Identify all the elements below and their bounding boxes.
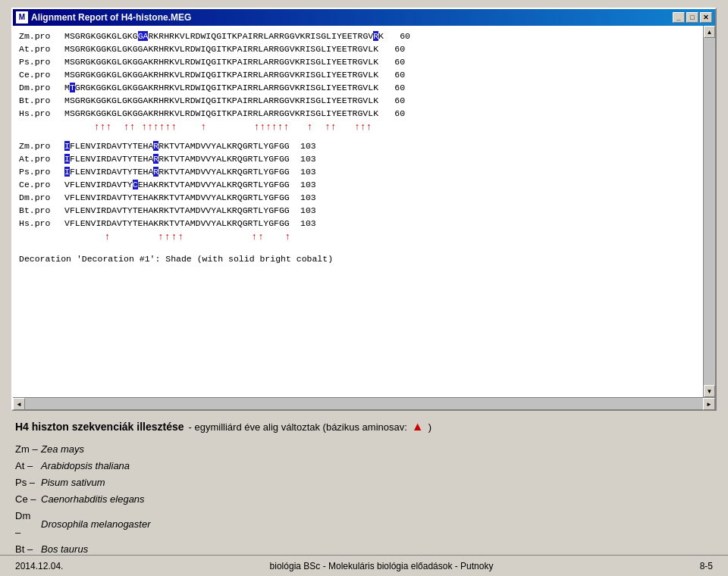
vertical-scrollbar[interactable]: ▲ ▼ <box>703 26 715 397</box>
title-bold-part: H4 hiszton szekvenciák illesztése <box>15 421 184 433</box>
seq-line-ce1: Ce.pro MSGRGKGGKGLGKGGAKRHRKVLRDWIQGITKP… <box>19 68 697 81</box>
seq-num: 103 <box>290 191 316 204</box>
close-button[interactable]: ✕ <box>700 12 712 23</box>
seq-num: 103 <box>290 204 316 217</box>
footer-page-number: 8-5 <box>700 561 713 571</box>
seq-line-hs1: Hs.pro MSGRGKGGKGLGKGGAKRHRKVLRDWIQGITKP… <box>19 107 697 120</box>
seq-label: Ps.pro <box>19 55 64 68</box>
seq-num: 103 <box>290 139 316 152</box>
seq-label: Zm.pro <box>19 30 64 42</box>
seq-num: 60 <box>378 55 405 68</box>
seq-label: Ps.pro <box>19 165 64 178</box>
species-ps: Ps – Pisum sativum <box>15 474 713 491</box>
red-arrow-icon: ▲ <box>412 420 424 434</box>
seq-label: Bt.pro <box>19 204 64 217</box>
species-ce: Ce – Caenorhabditis elegans <box>15 491 713 508</box>
seq-text: MSGRGKGGKGLGKGGAKRHRKVLRDWIQGITKPAIRRLAR… <box>64 42 378 55</box>
horizontal-scrollbar[interactable]: ◄ ► <box>13 397 715 409</box>
seq-line-dm2: Dm.pro VFLENVIRDAVTYTEHAKRKTVTAMDVVYALKR… <box>19 191 697 204</box>
seq-label: Ce.pro <box>19 178 64 191</box>
seq-line-at2: At.pro IFLENVIRDAVTYTEHARRKTVTAMDVVYALKR… <box>19 152 697 165</box>
scroll-right-button[interactable]: ► <box>703 398 715 410</box>
seq-num: 103 <box>290 178 316 191</box>
seq-num: 103 <box>290 152 316 165</box>
seq-line-ps1: Ps.pro MSGRGKGGKGLGKGGAKRHRKVLRDWIQGITKP… <box>19 55 697 68</box>
seq-label: Zm.pro <box>19 139 64 152</box>
seq-text: MSGRGKGGKGLGKGGAKRHRKVLRDWIQGITKPAIRRLAR… <box>64 94 378 107</box>
window-title: Alignment Report of H4-histone.MEG <box>31 12 673 23</box>
seq-line-ce2: Ce.pro VFLENVIRDAVTYCEHAKRKTVTAMDVVYALKR… <box>19 178 697 191</box>
species-at: At – Arabidopsis thaliana <box>15 458 713 474</box>
title-normal-part: - egymilliárd éve alig változtak (báziku… <box>189 421 407 433</box>
spacer <box>19 133 697 139</box>
species-name-ps: Pisum sativum <box>41 474 105 491</box>
seq-text: MSGRGKGGKGLGKGGAKRHRKVLRDWIQGITKPAIRRLAR… <box>64 68 378 81</box>
species-name-zm: Zea mays <box>41 441 84 458</box>
title-bar: M Alignment Report of H4-histone.MEG _ □… <box>13 9 715 26</box>
seq-num: 60 <box>384 30 410 42</box>
seq-text: VFLENVIRDAVTYTEHAKRKTVTAMDVVYALKRQGRTLYG… <box>64 191 290 204</box>
arrow-line-2: ↑ ↑↑↑↑ ↑↑ ↑ <box>19 230 697 243</box>
footer-bar: 2014.12.04. biológia BSc - Molekuláris b… <box>0 555 728 576</box>
seq-label: Dm.pro <box>19 81 64 94</box>
decoration-line: Decoration 'Decoration #1': Shade (with … <box>19 251 697 267</box>
seq-text: MSGRGKGGKGLGKGGAKRHRKVLRDWIQGITKPAIRRLAR… <box>64 107 378 120</box>
seq-line-hs2: Hs.pro VFLENVIRDAVTYTEHAKRKTVTAMDVVYALKR… <box>19 217 697 230</box>
seq-line-ps2: Ps.pro IFLENVIRDAVTYTEHARRKTVTAMDVVYALKR… <box>19 165 697 178</box>
scroll-up-button[interactable]: ▲ <box>704 26 715 38</box>
species-name-dm: Drosophila melanogaster <box>41 516 151 533</box>
seq-num: 60 <box>378 107 405 120</box>
species-dm: Dm – Drosophila melanogaster <box>15 508 713 541</box>
seq-text: IFLENVIRDAVTYTEHARRKTVTAMDVVYALKRQGRTLYG… <box>64 165 290 178</box>
maximize-button[interactable]: □ <box>686 12 698 23</box>
window-content: Zm.pro MSGRGKGGKGLGKGGARKRHRKVLRDWIQGITK… <box>13 26 715 397</box>
window-icon: M <box>16 11 28 23</box>
section-title: H4 hiszton szekvenciák illesztése - egym… <box>15 420 713 434</box>
seq-num: 60 <box>378 42 405 55</box>
seq-text: MSGRGKGGKGLGKGGAKRHRKVLRDWIQGITKPAIRRLAR… <box>64 55 378 68</box>
seq-label: At.pro <box>19 152 64 165</box>
seq-num: 103 <box>290 165 316 178</box>
species-zm: Zm – Zea mays <box>15 441 713 458</box>
species-code-dm: Dm – <box>15 508 38 541</box>
species-name-ce: Caenorhabditis elegans <box>41 491 145 508</box>
footer-date: 2014.12.04. <box>15 561 63 571</box>
below-window-content: H4 hiszton szekvenciák illesztése - egym… <box>15 420 713 576</box>
species-name-at: Arabidopsis thaliana <box>41 458 130 474</box>
seq-num: 60 <box>378 94 405 107</box>
species-code-zm: Zm – <box>15 441 38 458</box>
seq-text: IFLENVIRDAVTYTEHARRKTVTAMDVVYALKRQGRTLYG… <box>64 152 290 165</box>
seq-text: VFLENVIRDAVTYTEHAKRKTVTAMDVVYALKRQGRTLYG… <box>64 204 290 217</box>
main-container: M Alignment Report of H4-histone.MEG _ □… <box>0 0 728 576</box>
species-code-at: At – <box>15 458 38 474</box>
seq-line-bt1: Bt.pro MSGRGKGGKGLGKGGAKRHRKVLRDWIQGITKP… <box>19 94 697 107</box>
title-bar-buttons: _ □ ✕ <box>673 12 712 23</box>
title-close-paren: ) <box>428 421 431 433</box>
seq-line-at1: At.pro MSGRGKGGKGLGKGGAKRHRKVLRDWIQGITKP… <box>19 42 697 55</box>
minimize-button[interactable]: _ <box>673 12 685 23</box>
arrow-line-1: ↑↑↑ ↑↑ ↑↑↑↑↑↑ ↑ ↑↑↑↑↑↑ ↑ ↑↑ ↑↑↑ <box>19 120 697 133</box>
seq-label: Dm.pro <box>19 191 64 204</box>
seq-line-dm1: Dm.pro MTGRGKGGKGLGKGGAKRHRKVLRDWIQGITKP… <box>19 81 697 94</box>
seq-label: Bt.pro <box>19 94 64 107</box>
seq-text: IFLENVIRDAVTYTEHARRKTVTAMDVVYALKRQGRTLYG… <box>64 139 290 152</box>
alignment-window: M Alignment Report of H4-histone.MEG _ □… <box>11 8 717 411</box>
seq-line-zm1: Zm.pro MSGRGKGGKGLGKGGARKRHRKVLRDWIQGITK… <box>19 30 697 42</box>
alignment-area: Zm.pro MSGRGKGGKGLGKGGARKRHRKVLRDWIQGITK… <box>13 26 703 397</box>
species-code-ps: Ps – <box>15 474 38 491</box>
species-code-ce: Ce – <box>15 491 38 508</box>
seq-label: Hs.pro <box>19 107 64 120</box>
seq-label: Ce.pro <box>19 68 64 81</box>
seq-line-bt2: Bt.pro VFLENVIRDAVTYTEHAKRKTVTAMDVVYALKR… <box>19 204 697 217</box>
seq-text: VFLENVIRDAVTYCEHAKRKTVTAMDVVYALKRQGRTLYG… <box>64 178 290 191</box>
seq-num: 60 <box>378 68 405 81</box>
footer-center-text: biológia BSc - Molekuláris biológia előa… <box>270 561 494 571</box>
seq-num: 60 <box>378 81 405 94</box>
seq-text: VFLENVIRDAVTYTEHAKRKTVTAMDVVYALKRQGRTLYG… <box>64 217 290 230</box>
scroll-down-button[interactable]: ▼ <box>704 385 715 397</box>
scroll-track[interactable] <box>704 38 715 385</box>
h-scroll-track[interactable] <box>25 398 703 409</box>
seq-text: MSGRGKGGKGLGKGGARKRHRKVLRDWIQGITKPAIRRLA… <box>64 30 384 42</box>
scroll-left-button[interactable]: ◄ <box>13 398 25 410</box>
seq-label: At.pro <box>19 42 64 55</box>
